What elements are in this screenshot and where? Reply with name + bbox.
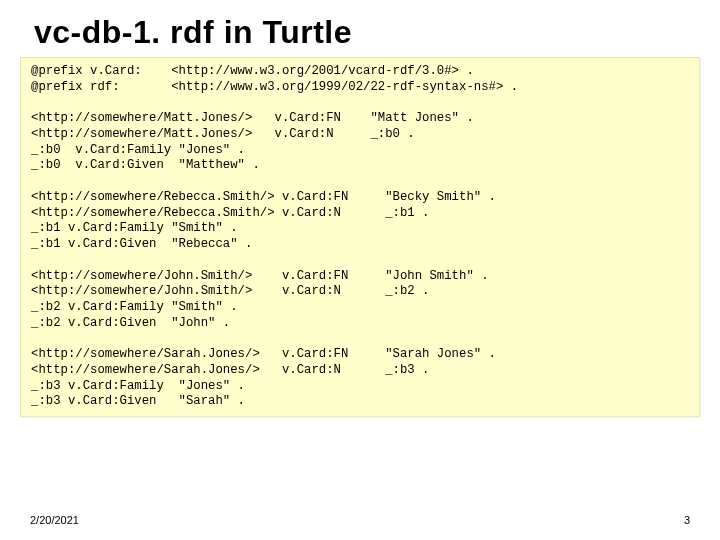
page-title: vc-db-1. rdf in Turtle bbox=[0, 0, 720, 57]
code-block: @prefix v.Card: <http://www.w3.org/2001/… bbox=[20, 57, 700, 417]
footer: 2/20/2021 3 bbox=[30, 514, 690, 526]
footer-page-number: 3 bbox=[684, 514, 690, 526]
slide: vc-db-1. rdf in Turtle @prefix v.Card: <… bbox=[0, 0, 720, 540]
footer-date: 2/20/2021 bbox=[30, 514, 79, 526]
